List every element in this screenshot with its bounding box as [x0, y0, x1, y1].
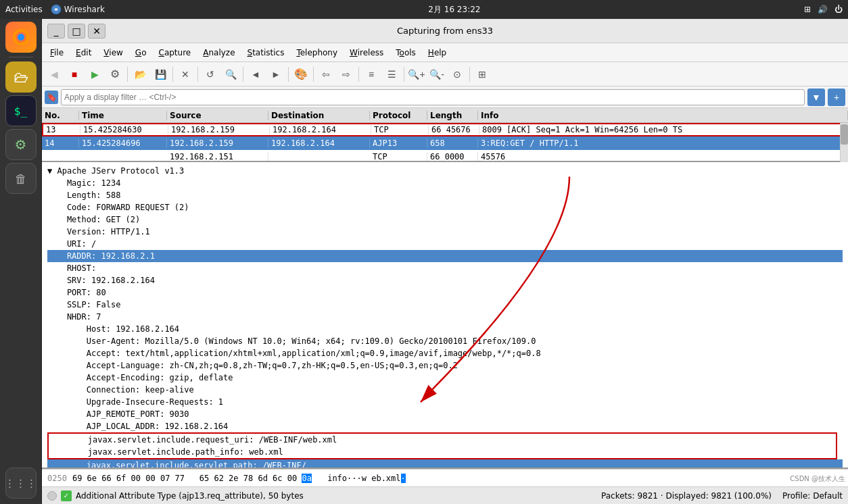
status-right: Packets: 9821 · Displayed: 9821 (100.0%)…	[601, 491, 843, 501]
menu-bar: File Edit View Go Capture Analyze Statis…	[42, 43, 848, 62]
field-ajp-remote-port: AJP_REMOTE_PORT: 9030	[47, 409, 189, 419]
menu-analyze[interactable]: Analyze	[197, 46, 240, 59]
dock-trash[interactable]: 🗑	[5, 163, 37, 194]
field-host: Host: 192.168.2.164	[47, 324, 179, 334]
capture-active-icon: ✓	[61, 490, 72, 501]
dock-terminal[interactable]: $_	[5, 95, 37, 126]
toolbar-find-btn[interactable]: 🔍	[221, 65, 240, 84]
menu-edit[interactable]: Edit	[70, 46, 97, 59]
menu-view[interactable]: View	[98, 46, 128, 59]
hex-highlight: 0a	[302, 474, 311, 483]
toolbar-colorize-btn[interactable]: 🎨	[291, 65, 310, 84]
minimize-button[interactable]: _	[47, 24, 65, 39]
menu-go[interactable]: Go	[130, 46, 152, 59]
toolbar-back-btn[interactable]: ◀	[45, 65, 64, 84]
toolbar-align-btn[interactable]: ≡	[362, 65, 381, 84]
protocol-header: ▼ Apache JServ Protocol v1.3	[47, 165, 843, 177]
field-port: PORT: 80	[47, 288, 106, 297]
maximize-button[interactable]: □	[68, 24, 85, 39]
dock-apps[interactable]: ⋮⋮⋮	[5, 468, 37, 499]
field-srv: SRV: 192.168.2.164	[47, 276, 155, 285]
volume-icon[interactable]: 🔊	[818, 5, 828, 14]
field-code: Code: FORWARD REQUEST (2)	[47, 203, 189, 212]
title-bar: _ □ ✕ Capturing from ens33	[42, 19, 848, 43]
packet-list-scroll-thumb[interactable]	[841, 124, 848, 145]
filter-bar: 🔖 ▼ +	[42, 86, 848, 108]
toolbar-zoom-reset-btn[interactable]: ⊙	[448, 65, 467, 84]
toolbar-reload-btn[interactable]: ↺	[201, 65, 220, 84]
packet-list-header: No. Time Source Destination Protocol Len…	[42, 108, 848, 123]
packet-detail[interactable]: ▼ Apache JServ Protocol v1.3 Magic: 1234…	[42, 162, 848, 469]
dock-settings[interactable]: ⚙	[5, 129, 37, 160]
menu-telephony[interactable]: Telephony	[291, 46, 343, 59]
profile: Profile: Default	[782, 491, 843, 501]
dock: 🗁 $_ ⚙ 🗑 ⋮⋮⋮	[0, 19, 42, 504]
field-version: Version: HTTP/1.1	[47, 227, 150, 236]
hex-spacer	[312, 474, 316, 483]
field-accept-lang: Accept-Language: zh-CN,zh;q=0.8,zh-TW;q=…	[47, 361, 458, 370]
col-no: No.	[42, 111, 79, 120]
menu-wireless[interactable]: Wireless	[344, 46, 389, 59]
hex-ascii: info···w eb.xml	[327, 474, 400, 483]
power-icon[interactable]: ⏻	[834, 5, 843, 14]
filter-input[interactable]	[64, 93, 801, 102]
toolbar-options-btn[interactable]: ⚙	[105, 65, 124, 84]
col-length: Length	[427, 111, 478, 120]
toolbar-columns-btn[interactable]: ⊞	[473, 65, 492, 84]
system-bar-left: Activities Wireshark	[5, 4, 105, 15]
field-nhdr: NHDR: 7	[47, 312, 101, 322]
packet-row-15[interactable]: 192.168.2.151 TCP 66 0000 45576	[42, 150, 848, 162]
toolbar-zoom-out-btn[interactable]: 🔍-	[427, 65, 446, 84]
toolbar-next-btn[interactable]: ►	[266, 65, 285, 84]
watermark: CSDN @技术人生	[790, 474, 845, 484]
filter-add-btn[interactable]: +	[828, 89, 845, 106]
red-box-group: javax.servlet.include.request_uri: /WEB-…	[47, 432, 837, 459]
toolbar-end-btn[interactable]: ⇨	[337, 65, 356, 84]
menu-capture[interactable]: Capture	[153, 46, 196, 59]
filter-bookmark-btn[interactable]: 🔖	[45, 91, 58, 104]
field-path-info: javax.servlet.include.path_info: web.xml	[49, 447, 283, 457]
menu-statistics[interactable]: Statistics	[242, 46, 290, 59]
toolbar-align2-btn[interactable]: ☰	[382, 65, 401, 84]
toolbar-zoom-in-btn[interactable]: 🔍+	[407, 65, 426, 84]
menu-help[interactable]: Help	[423, 46, 452, 59]
activities-label[interactable]: Activities	[5, 5, 43, 14]
hex-bytes: 69 6e 66 6f 00 00 07 77 65 62 2e 78 6d 6…	[72, 474, 302, 483]
toolbar-close-btn[interactable]: ✕	[176, 65, 195, 84]
col-destination: Destination	[268, 111, 370, 120]
col-protocol: Protocol	[370, 111, 427, 120]
packets-count: Packets: 9821 · Displayed: 9821 (100.0%)	[601, 491, 772, 501]
dock-firefox[interactable]	[5, 22, 37, 53]
content-area: No. Time Source Destination Protocol Len…	[42, 108, 848, 486]
field-servlet-path: javax.servlet.include.servlet_path: /WEB…	[47, 459, 843, 469]
svg-point-3	[18, 34, 24, 41]
hex-ascii-highlight: ·	[401, 474, 406, 483]
toolbar-prev-btn[interactable]: ◄	[246, 65, 265, 84]
menu-tools[interactable]: Tools	[390, 46, 421, 59]
field-length: Length: 588	[47, 191, 120, 200]
toolbar-stop-btn[interactable]: ■	[65, 65, 84, 84]
col-source: Source	[167, 111, 268, 120]
dock-files[interactable]: 🗁	[5, 61, 37, 93]
menu-file[interactable]: File	[45, 46, 69, 59]
field-accept: Accept: text/html,application/xhtml+xml,…	[47, 349, 541, 358]
toolbar-restart-btn[interactable]: ▶	[85, 65, 104, 84]
system-bar: Activities Wireshark 2月 16 23:22 ⊞ 🔊 ⏻	[0, 0, 848, 19]
toolbar-save-btn[interactable]: 💾	[151, 65, 170, 84]
packet-row-13[interactable]: 13 15.425284630 192.168.2.159 192.168.2.…	[42, 123, 848, 136]
field-method: Method: GET (2)	[47, 215, 140, 224]
field-sslp: SSLP: False	[47, 300, 120, 309]
close-button[interactable]: ✕	[88, 24, 105, 39]
dock-separator	[9, 57, 33, 57]
col-time: Time	[79, 111, 167, 120]
network-icon[interactable]: ⊞	[804, 5, 811, 14]
field-accept-enc: Accept-Encoding: gzip, deflate	[47, 373, 233, 382]
toolbar-open-btn[interactable]: 📂	[131, 65, 149, 84]
filter-dropdown-btn[interactable]: ▼	[807, 89, 825, 106]
toolbar-autoscroll-btn[interactable]: ⇦	[316, 65, 335, 84]
packet-row-14[interactable]: 14 15.425284696 192.168.2.159 192.168.2.…	[42, 136, 848, 150]
field-rhost: RHOST:	[47, 263, 96, 273]
packet-list: No. Time Source Destination Protocol Len…	[42, 108, 848, 162]
wireshark-label: Wireshark	[51, 4, 105, 15]
field-ajp-local-addr: AJP_LOCAL_ADDR: 192.168.2.164	[47, 422, 228, 431]
